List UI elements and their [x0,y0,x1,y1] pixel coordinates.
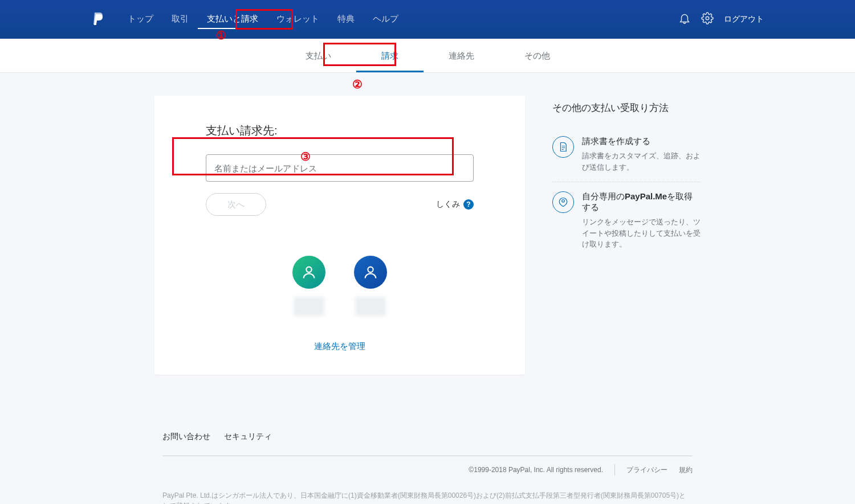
settings-gear-icon[interactable] [701,12,714,27]
invoice-icon [552,136,574,158]
recipient-input[interactable] [206,154,474,182]
side-panel: その他の支払い受取り方法 請求書を作成する 請求書をカスタマイズ、追跡、および送… [552,96,701,375]
avatar-icon [354,256,387,289]
side-item-desc: リンクをメッセージで送ったり、ツイートや投稿したりして支払いを受け取ります。 [582,216,701,250]
nav-help[interactable]: ヘルプ [364,10,408,29]
side-title: その他の支払い受取り方法 [552,101,701,114]
footer: お問い合わせ セキュリティ ©1999-2018 PayPal, Inc. Al… [0,409,855,504]
avatar-icon [292,256,325,289]
svg-point-2 [368,267,373,272]
svg-point-0 [706,17,709,20]
subnav-request[interactable]: 請求 [356,40,424,72]
contact-item[interactable] [292,256,325,316]
copyright: ©1999-2018 PayPal, Inc. All rights reser… [469,466,603,474]
manage-contacts-link[interactable]: 連絡先を管理 [154,341,525,352]
svg-point-3 [562,200,565,203]
contact-item[interactable] [354,256,387,316]
main-header: トップ 取引 支払いと請求 ウォレット 特典 ヘルプ ログアウト [0,0,855,39]
logout-link[interactable]: ログアウト [724,14,764,24]
notifications-icon[interactable] [678,12,691,27]
nav-wallet[interactable]: ウォレット [267,10,328,29]
footer-contact-link[interactable]: お問い合わせ [162,432,210,442]
side-item-title: 請求書を作成する [582,136,701,147]
how-it-works-label: しくみ [436,199,460,210]
subnav-contacts[interactable]: 連絡先 [424,40,499,72]
subnav-send[interactable]: 支払い [280,40,356,72]
card-title: 支払い請求先: [206,123,474,138]
contact-name-blurred [355,297,386,316]
subnav-more[interactable]: その他 [499,40,575,72]
footer-security-link[interactable]: セキュリティ [224,432,272,442]
sub-nav: 支払い 請求 連絡先 その他 [0,39,855,73]
svg-point-1 [306,267,311,272]
paypal-logo-icon[interactable] [91,11,105,27]
side-create-invoice[interactable]: 請求書を作成する 請求書をカスタマイズ、追跡、および送信します。 [552,127,701,182]
footer-legal-note: PayPal Pte. Ltd.はシンガポール法人であり、日本国金融庁に(1)資… [162,490,693,504]
how-it-works-link[interactable]: しくみ ? [436,199,474,210]
side-paypalme[interactable]: 自分専用のPayPal.Meを取得する リンクをメッセージで送ったり、ツイートや… [552,182,701,259]
recent-contacts [154,256,525,316]
nav-activity[interactable]: 取引 [162,10,198,29]
contact-name-blurred [294,297,324,316]
footer-privacy-link[interactable]: プライバシー [626,465,667,475]
main-nav: トップ 取引 支払いと請求 ウォレット 特典 ヘルプ [119,10,408,29]
nav-top[interactable]: トップ [119,10,162,29]
nav-offers[interactable]: 特典 [328,10,364,29]
side-item-title: 自分専用のPayPal.Meを取得する [582,191,701,213]
help-question-icon: ? [463,199,474,210]
request-money-card: 支払い請求先: 次へ しくみ ? [154,96,525,375]
side-item-desc: 請求書をカスタマイズ、追跡、および送信します。 [582,150,701,173]
footer-terms-link[interactable]: 規約 [679,465,693,475]
next-button[interactable]: 次へ [206,193,266,216]
nav-send-request[interactable]: 支払いと請求 [198,10,267,29]
footer-divider [162,456,693,456]
paypalme-icon [552,191,574,213]
